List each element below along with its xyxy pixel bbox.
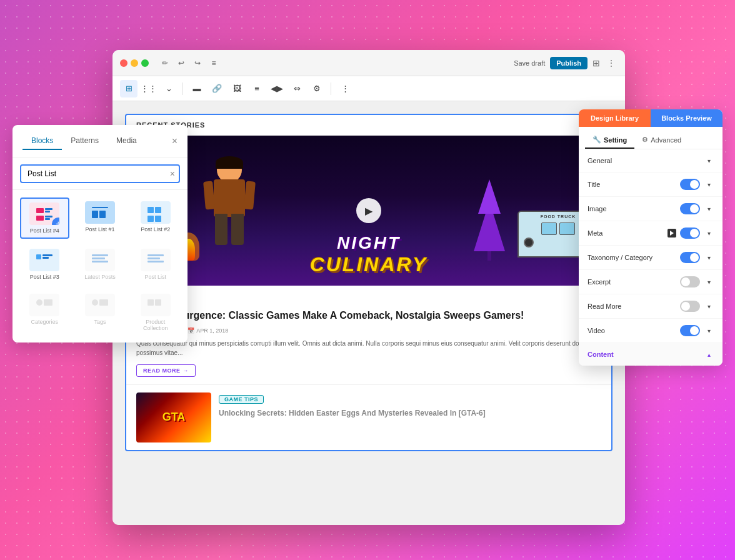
editor-browser-tools: ✏ ↩ ↪ ≡: [159, 57, 220, 69]
blocks-preview-label: Blocks Preview: [661, 114, 712, 122]
blocks-grid-tool[interactable]: ⊞: [120, 80, 138, 98]
taxonomy-chevron-icon[interactable]: ▾: [704, 252, 714, 262]
taxonomy-toggle[interactable]: [680, 252, 700, 263]
post-excerpt: Quas consequatur qui minus perspiciatis …: [136, 339, 601, 358]
char-arm-right: [244, 181, 256, 209]
tab-design-library[interactable]: Design Library: [579, 109, 651, 127]
close-window-btn[interactable]: [120, 59, 128, 67]
excerpt-chevron-icon[interactable]: ▾: [704, 277, 714, 287]
save-draft-button[interactable]: Save draft: [514, 59, 545, 67]
video-chevron-icon[interactable]: ▾: [704, 326, 714, 336]
image-tool[interactable]: 🖼: [228, 80, 246, 98]
content-chevron-up-icon[interactable]: ▴: [704, 349, 714, 359]
minimize-window-btn[interactable]: [131, 59, 138, 67]
settings-row-video: Video ▾: [579, 319, 722, 343]
icon-lp-3: [92, 261, 108, 262]
icon-tags-circle: [92, 299, 98, 306]
columns-tool[interactable]: ◀▶: [268, 80, 286, 98]
title-controls: ▾: [680, 179, 714, 190]
more-options-tool[interactable]: ⋮: [336, 80, 354, 98]
block-icon-inner-1: [90, 205, 110, 220]
block-item-post-list-1[interactable]: Post List #1: [76, 198, 125, 239]
close-blocks-panel-button[interactable]: ×: [172, 136, 178, 147]
undo-icon[interactable]: ↩: [175, 57, 188, 69]
settings-icon[interactable]: ⋮: [605, 57, 618, 69]
block-icon-inner-7: [90, 298, 110, 312]
image-toggle[interactable]: [680, 203, 700, 214]
block-label-latest-posts: Latest Posts: [84, 274, 116, 280]
post-title: Retro Resurgence: Classic Games Make A C…: [136, 309, 601, 322]
settings-rows: General ▾ Title ▾ Image ▾ Meta: [579, 149, 722, 366]
meta-chevron-icon[interactable]: ▾: [704, 228, 714, 238]
second-post-tag: GAME TIPS: [219, 395, 264, 404]
view-toggle-icon[interactable]: ⊞: [590, 57, 602, 69]
browser-toolbar: ✏ ↩ ↪ ≡ Save draft Publish ⊞ ⋮: [112, 50, 625, 76]
tab-blocks-preview[interactable]: Blocks Preview: [651, 109, 722, 127]
title-toggle[interactable]: [680, 179, 700, 190]
title-label: Title: [588, 181, 675, 188]
tab-patterns[interactable]: Patterns: [62, 132, 108, 150]
tab-blocks[interactable]: Blocks: [22, 132, 62, 150]
video-play-button[interactable]: ▶: [356, 198, 381, 223]
blocks-panel-header: Blocks Patterns Media ×: [12, 125, 188, 158]
icon-grid-1: [148, 207, 154, 213]
link-tool[interactable]: 🔗: [208, 80, 226, 98]
icon-thumb: [36, 208, 44, 213]
edit-icon[interactable]: ✏: [159, 57, 171, 69]
justify-tool[interactable]: ≡: [248, 80, 266, 98]
char-body: [214, 179, 245, 217]
content-label: Content: [588, 351, 704, 358]
block-item-categories: Categories: [20, 290, 69, 335]
dropdown-tool[interactable]: ⌄: [160, 80, 178, 98]
block-item-post-list-3[interactable]: Post List #3: [20, 245, 69, 284]
excerpt-toggle[interactable]: [680, 276, 700, 288]
settings-row-excerpt: Excerpt ▾: [579, 270, 722, 294]
read-more-controls: ▾: [680, 301, 714, 312]
icon-lines-2: [45, 216, 52, 221]
editor-content: RECENT STORIES: [112, 101, 625, 525]
icon-tags-bar: [99, 299, 108, 306]
title-chevron-icon[interactable]: ▾: [704, 179, 714, 189]
char-leg-right: [231, 214, 244, 245]
icon-lp-2: [92, 258, 105, 259]
general-chevron-icon[interactable]: ▾: [704, 156, 714, 166]
advanced-label: Advanced: [651, 136, 681, 144]
tab-media[interactable]: Media: [108, 132, 146, 150]
tab-patterns-label: Patterns: [71, 136, 99, 145]
search-input[interactable]: [20, 164, 180, 183]
block-icon-post-list-4: ✛: [29, 202, 59, 225]
search-clear-button[interactable]: ×: [170, 169, 175, 179]
align-left-tool[interactable]: ▬: [188, 80, 206, 98]
second-post-title: Unlocking Secrets: Hidden Easter Eggs An…: [219, 409, 601, 419]
toolbar-divider-1: [182, 82, 183, 95]
date-value: APR 1, 2018: [196, 328, 228, 334]
dot-grid-tool[interactable]: ⋮⋮: [140, 80, 158, 98]
read-more-button[interactable]: READ MORE →: [136, 364, 196, 377]
block-icon-inner-6: [34, 298, 54, 312]
tab-media-label: Media: [116, 136, 137, 145]
gear-icon: ⚙: [642, 136, 648, 144]
read-more-toggle[interactable]: [680, 301, 700, 312]
tab-advanced[interactable]: ⚙ Advanced: [634, 132, 689, 149]
settings-tool[interactable]: ⚙: [308, 80, 326, 98]
block-item-post-list-4[interactable]: ✛ Post List #4: [20, 198, 69, 239]
post-body: TRAILER Retro Resurgence: Classic Games …: [126, 286, 611, 384]
image-chevron-icon[interactable]: ▾: [704, 204, 714, 214]
tab-setting[interactable]: 🔧 Setting: [585, 132, 634, 149]
block-icon-categories: [29, 294, 59, 316]
meta-toggle[interactable]: [680, 228, 700, 239]
redo-icon[interactable]: ↪: [191, 57, 204, 69]
char-leg-left: [215, 214, 228, 245]
maximize-window-btn[interactable]: [141, 59, 149, 67]
icon-pl-3: [148, 261, 164, 262]
read-more-chevron-icon[interactable]: ▾: [704, 301, 714, 311]
image-title: NIGHT CULINARY: [310, 233, 428, 276]
block-label-post-list-1: Post List #1: [85, 226, 114, 232]
more-tools-icon[interactable]: ≡: [208, 57, 220, 69]
meta-play-icon[interactable]: [668, 229, 676, 238]
video-toggle[interactable]: [680, 325, 700, 336]
width-tool[interactable]: ⇔: [288, 80, 306, 98]
publish-button[interactable]: Publish: [550, 57, 588, 69]
block-item-post-list-2[interactable]: Post List #2: [131, 198, 180, 239]
tab-blocks-label: Blocks: [31, 136, 53, 145]
